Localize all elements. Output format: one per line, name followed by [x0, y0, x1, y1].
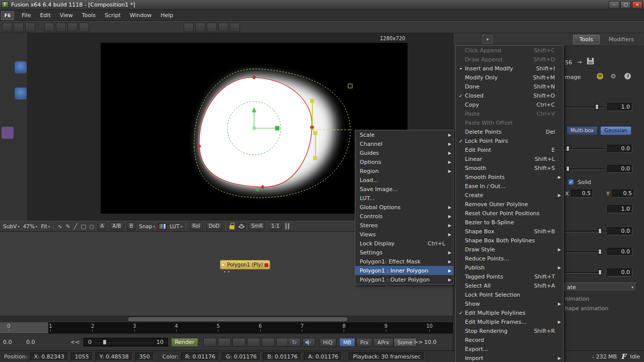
ff-label[interactable]: >>: [414, 339, 423, 345]
submenu-item[interactable]: Paste With Offset: [456, 118, 563, 127]
roi-button[interactable]: RoI: [190, 222, 203, 230]
spline-tool[interactable]: [15, 87, 27, 100]
submenu-item[interactable]: Click Append Shift+C: [456, 46, 563, 55]
context-menu-item[interactable]: Controls ▶: [355, 212, 453, 221]
edit-points-tool[interactable]: [15, 127, 27, 139]
wave-icon[interactable]: ∿: [57, 223, 62, 230]
edit-toolbar-icon[interactable]: [79, 23, 89, 32]
file-toolbar-icon[interactable]: [2, 23, 12, 32]
submenu-item[interactable]: Reduce Points...: [456, 254, 563, 263]
layout-toolbar-icon[interactable]: [207, 23, 217, 32]
submenu-item[interactable]: Smooth Shift+S: [456, 163, 563, 172]
submenu-item[interactable]: Lock Point Selection: [456, 290, 563, 299]
checker-icon[interactable]: [238, 223, 245, 229]
maximize-button[interactable]: ▢: [620, 1, 631, 9]
slider-knob[interactable]: [598, 228, 602, 234]
edit-toolbar-icon[interactable]: [56, 23, 66, 32]
value-field[interactable]: 0.0: [607, 165, 632, 173]
context-menu-item[interactable]: Scale ▶: [355, 130, 453, 139]
ellipse-icon[interactable]: ○: [90, 223, 95, 230]
submenu-item[interactable]: Record: [456, 335, 563, 344]
next-tool-icon[interactable]: →: [577, 59, 582, 65]
range-slider[interactable]: 0 10: [84, 338, 168, 346]
grid-tool[interactable]: [2, 87, 14, 100]
submenu-item[interactable]: Export...: [456, 344, 563, 353]
value-field[interactable]: 0.0: [607, 248, 632, 256]
submenu-item[interactable]: Create ▶: [456, 191, 563, 200]
panel-collapse-button[interactable]: ▾: [482, 35, 493, 44]
submenu-item[interactable]: Bezier to B-Spline: [456, 218, 563, 227]
filter-multibox-button[interactable]: Multi-box: [567, 126, 598, 135]
edit-toolbar-icon[interactable]: [44, 23, 54, 32]
context-menu-item[interactable]: Save Image...: [355, 185, 453, 194]
context-menu-item[interactable]: Global Options ▶: [355, 203, 453, 212]
context-menu-item[interactable]: Polygon1: Effect Mask ▶: [355, 257, 453, 266]
context-menu-item[interactable]: Polygon1 : Outer Polygon ▶: [355, 275, 453, 284]
submenu-item[interactable]: Smooth Points ▶: [456, 172, 563, 182]
value-field[interactable]: 0.0: [607, 268, 632, 277]
play-reverse-button[interactable]: [232, 338, 246, 347]
animate-combo[interactable]: ate ▾: [564, 283, 636, 292]
buffer-a-button[interactable]: A: [98, 222, 106, 230]
context-menu-item[interactable]: Stereo ▶: [355, 221, 453, 230]
submenu-item[interactable]: ✓ Lock Point Pairs: [456, 136, 563, 145]
file-toolbar-icon[interactable]: [14, 23, 24, 32]
render-button[interactable]: Render: [171, 338, 198, 347]
context-menu-item[interactable]: Options ▶: [355, 157, 453, 166]
tab-modifiers[interactable]: Modifiers: [603, 35, 640, 44]
context-menu-item[interactable]: Views ▶: [355, 230, 453, 239]
submenu-item[interactable]: Remove Outer Polyline: [456, 200, 563, 209]
rewind-label[interactable]: <<: [70, 339, 79, 345]
submenu-item[interactable]: Stop Rendering Shift+R: [456, 326, 563, 335]
tab-tools[interactable]: Tools: [573, 35, 600, 44]
node-output-dot[interactable]: [222, 264, 224, 266]
rect-select-tool[interactable]: [15, 101, 27, 113]
context-menu-item[interactable]: Channel ▶: [355, 139, 453, 148]
size-field[interactable]: 1.0: [607, 205, 632, 213]
context-menu-item[interactable]: Guides ▶: [355, 148, 453, 157]
goto-start-button[interactable]: [203, 338, 216, 347]
pen-icon[interactable]: ✎: [66, 223, 70, 230]
snap-dropdown[interactable]: Snap▴: [139, 223, 155, 229]
submenu-item[interactable]: Done Shift+N: [456, 82, 563, 91]
slider-knob[interactable]: [598, 249, 602, 254]
slider-knob[interactable]: [566, 146, 570, 151]
info-icon[interactable]: i: [624, 73, 631, 79]
line-icon[interactable]: ╱: [74, 223, 77, 230]
menu-bar-item[interactable]: Help: [156, 10, 178, 21]
flow-scrollbar-thumb[interactable]: [128, 317, 347, 321]
corner-tool[interactable]: [2, 114, 14, 126]
invert-tool[interactable]: [15, 114, 27, 126]
mb-button[interactable]: MB: [339, 338, 355, 347]
flow-scrollbar[interactable]: [0, 316, 453, 322]
dod-button[interactable]: DoD: [206, 222, 222, 230]
submenu-item[interactable]: Paste Ctrl+V: [456, 109, 563, 118]
play-forward-button[interactable]: [247, 338, 260, 347]
menu-bar-item[interactable]: Script: [100, 10, 125, 21]
level-value-field[interactable]: 1.0: [607, 103, 632, 111]
submenu-item[interactable]: Shape Box Both Polylines: [456, 236, 563, 245]
submenu-item[interactable]: ✓ Edit Multiple Polylines: [456, 308, 563, 317]
aprx-button[interactable]: APrx: [373, 338, 393, 347]
context-menu-item[interactable]: Settings ▶: [355, 248, 453, 257]
buffer-b-button[interactable]: B: [127, 222, 135, 230]
minimize-button[interactable]: –: [609, 1, 619, 9]
submenu-item[interactable]: Import ▶: [456, 353, 563, 362]
center-x-field[interactable]: 0.5: [571, 190, 593, 198]
channel-bars-icon[interactable]: [158, 223, 166, 229]
submenu-item[interactable]: ✓ Closed Shift+O: [456, 91, 563, 100]
submenu-item[interactable]: Select All Shift+A: [456, 281, 563, 290]
lock-icon[interactable]: [229, 225, 234, 229]
submenu-item[interactable]: • Insert and Modify Shift+I: [456, 64, 563, 73]
submenu-item[interactable]: Draw Append Shift+D: [456, 55, 563, 64]
node-mask-output[interactable]: [265, 263, 268, 267]
hiq-button[interactable]: HiQ: [319, 338, 337, 347]
current-time-field-2[interactable]: 0.0: [26, 339, 35, 345]
context-menu-item[interactable]: Load...: [355, 175, 453, 185]
submenu-item[interactable]: Publish ▶: [456, 263, 563, 272]
smr-button[interactable]: SmR: [249, 222, 265, 230]
context-menu-item[interactable]: Lock Display Ctrl+L: [355, 239, 453, 248]
prx-button[interactable]: Prx: [356, 338, 372, 347]
center-y-field[interactable]: 0.5: [612, 190, 634, 198]
fast-forward-button[interactable]: [262, 338, 275, 347]
